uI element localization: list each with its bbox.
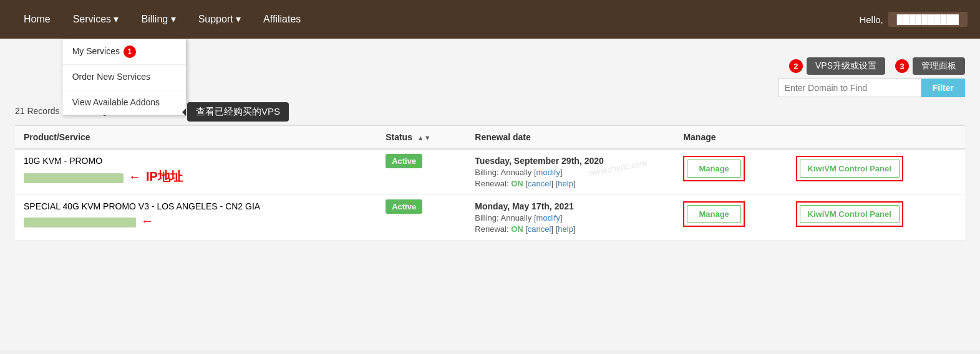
table-row: 10G KVM - PROMO ← IP地址 Active Tuesday, S…	[15, 149, 965, 195]
renewal-date-2: Monday, May 17th, 2021	[475, 201, 666, 211]
kiwi-box-2: KiwiVM Control Panel	[796, 201, 903, 227]
status-cell-2: Active	[377, 195, 466, 241]
status-badge-1: Active	[386, 154, 422, 168]
ip-arrow-2: ←	[141, 214, 153, 228]
filter-button[interactable]: Filter	[921, 79, 965, 97]
cancel-link-2[interactable]: cancel	[528, 224, 551, 234]
kiwi-button-2[interactable]: KiwiVM Control Panel	[800, 205, 900, 223]
ip-annotation-2: ←	[24, 214, 368, 228]
renewal-info-2: Renewal: ON [cancel] [help]	[475, 224, 666, 234]
status-cell-1: Active	[377, 149, 466, 195]
manage-box-2: Manage	[683, 201, 744, 227]
table-row: SPECIAL 40G KVM PROMO V3 - LOS ANGELES -…	[15, 195, 965, 241]
nav-affiliates[interactable]: Affiliates	[252, 0, 312, 39]
col-control-panel	[787, 125, 965, 149]
ip-annotation-1: ← IP地址	[24, 168, 368, 185]
renewal-info-1: Renewal: ON [cancel] [help]	[475, 179, 666, 188]
product-name-1: 10G KVM - PROMO	[24, 156, 368, 166]
my-services-label: My Services	[72, 45, 120, 58]
manage-cell-2: Manage	[674, 195, 787, 241]
modify-link-1[interactable]: modify	[536, 168, 560, 177]
help-link-2[interactable]: help	[558, 224, 573, 234]
renewal-cell-2: Monday, May 17th, 2021 Billing: Annually…	[466, 195, 674, 241]
my-services-badge: 1	[124, 45, 136, 58]
kiwi-box-1: KiwiVM Control Panel	[796, 156, 903, 181]
nav-services[interactable]: Services ▾	[62, 0, 130, 39]
sort-icon[interactable]: ▲▼	[417, 134, 431, 141]
dropdown-view-addons[interactable]: View Available Addons	[62, 90, 186, 115]
cancel-link-1[interactable]: cancel	[528, 179, 551, 188]
user-name[interactable]: ██████████	[888, 12, 968, 27]
table-header-row: Product/Service Status ▲▼ Renewal date M…	[15, 125, 965, 149]
nav-home[interactable]: Home	[12, 0, 62, 39]
ip-arrow-1: ←	[129, 170, 141, 184]
ip-label-1: IP地址	[146, 168, 183, 185]
nav-right: Hello, ██████████	[859, 12, 968, 27]
navbar: Home Services ▾ My Services 1 Order New …	[0, 0, 980, 39]
dropdown-order-new[interactable]: Order New Services	[62, 65, 186, 90]
vps-panel-annotation: 3 管理面板	[895, 57, 965, 75]
services-table: Product/Service Status ▲▼ Renewal date M…	[15, 125, 965, 241]
manage-button-1[interactable]: Manage	[687, 160, 740, 178]
nav-billing[interactable]: Billing ▾	[130, 0, 187, 39]
services-dropdown-menu: My Services 1 Order New Services View Av…	[62, 39, 187, 115]
ip-blur-1	[24, 173, 124, 183]
billing-info-1: Billing: Annually [modify]	[475, 168, 666, 177]
dropdown-my-services[interactable]: My Services 1	[62, 39, 186, 65]
product-name-2: SPECIAL 40G KVM PROMO V3 - LOS ANGELES -…	[24, 201, 368, 211]
col-manage: Manage	[674, 125, 787, 149]
col-product: Product/Service	[15, 125, 377, 149]
domain-filter-input[interactable]	[778, 79, 921, 97]
services-dropdown-container: Services ▾ My Services 1 Order New Servi…	[62, 0, 130, 39]
status-badge-2: Active	[386, 199, 422, 214]
manage-cell-1: Manage	[674, 149, 787, 195]
product-cell-2: SPECIAL 40G KVM PROMO V3 - LOS ANGELES -…	[15, 195, 377, 241]
col-status: Status ▲▼	[377, 125, 466, 149]
billing-info-2: Billing: Annually [modify]	[475, 213, 666, 222]
manage-button-2[interactable]: Manage	[687, 205, 740, 223]
renewal-cell-1: Tuesday, September 29th, 2020 Billing: A…	[466, 149, 674, 195]
kiwi-cell-2: KiwiVM Control Panel	[787, 195, 965, 241]
vps-manage-annotation: 2 VPS升级或设置	[789, 57, 885, 75]
col-renewal: Renewal date	[466, 125, 674, 149]
manage-box-1: Manage	[683, 156, 744, 181]
ip-blur-2	[24, 218, 136, 227]
modify-link-2[interactable]: modify	[536, 213, 560, 222]
hello-label: Hello,	[859, 14, 883, 25]
kiwi-button-1[interactable]: KiwiVM Control Panel	[800, 160, 900, 178]
help-link-1[interactable]: help	[558, 179, 573, 188]
nav-support[interactable]: Support ▾	[187, 0, 252, 39]
renewal-date-1: Tuesday, September 29th, 2020	[475, 156, 666, 166]
product-cell-1: 10G KVM - PROMO ← IP地址	[15, 149, 377, 195]
kiwi-cell-1: KiwiVM Control Panel	[787, 149, 965, 195]
services-tooltip: 查看已经购买的VPS	[187, 102, 289, 122]
